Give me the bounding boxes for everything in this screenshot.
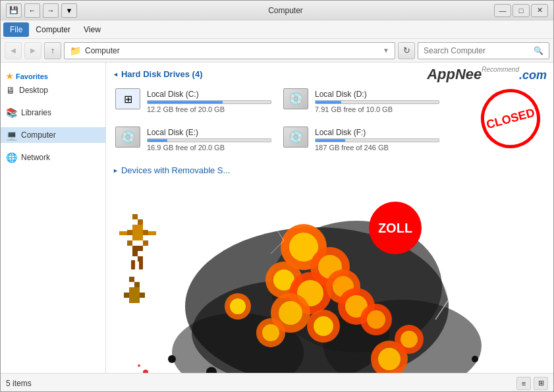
menu-file[interactable]: File xyxy=(3,22,29,37)
drive-f-name: Local Disk (F:) xyxy=(315,128,439,137)
address-dropdown-icon[interactable]: ▼ xyxy=(383,47,389,54)
svg-point-16 xyxy=(289,233,318,262)
svg-point-36 xyxy=(378,348,401,370)
svg-point-39 xyxy=(395,325,424,354)
window-title: Computer xyxy=(268,6,303,15)
back-button[interactable]: ◄ xyxy=(5,42,22,59)
svg-rect-52 xyxy=(127,230,132,235)
devices-title-text: Devices with Removable S... xyxy=(121,165,230,175)
appnee-domain: .com xyxy=(519,69,547,82)
minimize-button[interactable]: — xyxy=(494,4,511,17)
svg-point-24 xyxy=(333,276,354,297)
window-controls: — □ ✕ xyxy=(494,4,548,17)
sidebar-item-computer[interactable]: 💻 Computer xyxy=(1,127,105,143)
sidebar-item-desktop[interactable]: 🖥 Desktop xyxy=(1,82,105,98)
up-button[interactable]: ↑ xyxy=(44,42,61,59)
drives-grid: ⊞ Local Disk (C:) 12.2 GB free of 20.0 G… xyxy=(113,86,442,155)
drive-d-item[interactable]: 💿 Local Disk (D:) 7.91 GB free of 10.0 G… xyxy=(281,86,442,117)
quick-back-btn[interactable]: ← xyxy=(24,3,40,18)
drive-c-name: Local Disk (C:) xyxy=(147,90,271,99)
address-bar: ◄ ► ↑ 📁 Computer ▼ ↻ 🔍 xyxy=(1,39,553,63)
main-content: Favorites 🖥 Desktop 📚 Libraries 💻 Comput… xyxy=(1,63,553,373)
svg-point-25 xyxy=(271,293,310,333)
drive-c-icon: ⊞ xyxy=(115,88,142,115)
sidebar-item-network[interactable]: 🌐 Network xyxy=(1,150,105,165)
close-button[interactable]: ✕ xyxy=(531,4,548,17)
network-icon: 🌐 xyxy=(6,152,17,163)
drive-c-item[interactable]: ⊞ Local Disk (C:) 12.2 GB free of 20.0 G… xyxy=(113,86,274,117)
disk-f-icon: 💿 xyxy=(289,130,303,144)
view-grid-button[interactable]: ⊞ xyxy=(534,377,548,390)
svg-point-30 xyxy=(314,316,333,336)
drive-f-free: 187 GB free of 246 GB xyxy=(315,144,439,152)
drive-c-bar-fill xyxy=(148,101,223,103)
zoll-text: ZOLL xyxy=(378,221,412,236)
svg-point-32 xyxy=(262,324,279,341)
desktop-icon: 🖥 xyxy=(6,85,15,96)
appnee-logo: AppNeeRecommend.com xyxy=(427,66,547,83)
svg-point-40 xyxy=(401,331,418,348)
menu-computer[interactable]: Computer xyxy=(29,22,77,37)
sidebar-libraries-label: Libraries xyxy=(21,108,51,117)
folder-icon: 📁 xyxy=(70,45,81,56)
svg-point-21 xyxy=(289,272,331,314)
devices-title[interactable]: Devices with Removable S... xyxy=(113,165,547,175)
drive-e-item[interactable]: 💿 Local Disk (E:) 16.9 GB free of 20.0 G… xyxy=(113,124,274,155)
maximize-button[interactable]: □ xyxy=(512,4,530,17)
drive-d-info: Local Disk (D:) 7.91 GB free of 10.0 GB xyxy=(315,90,439,113)
closed-stamp: CLOSED xyxy=(474,82,547,155)
svg-rect-57 xyxy=(132,246,143,251)
drive-e-free: 16.9 GB free of 20.0 GB xyxy=(147,144,271,152)
search-input[interactable] xyxy=(424,46,534,55)
computer-icon: 💻 xyxy=(6,130,17,140)
search-box[interactable]: 🔍 xyxy=(418,42,549,59)
view-list-button[interactable]: ≡ xyxy=(516,377,531,390)
drive-f-icon: 💿 xyxy=(283,126,310,153)
address-text: Computer xyxy=(85,46,383,55)
svg-rect-62 xyxy=(131,260,135,269)
svg-rect-51 xyxy=(132,225,143,235)
drive-e-bar-fill xyxy=(148,139,167,142)
address-input-wrap[interactable]: 📁 Computer ▼ xyxy=(64,42,395,59)
svg-point-18 xyxy=(318,255,342,279)
windows-logo-icon: ⊞ xyxy=(124,93,132,105)
drive-d-free: 7.91 GB free of 10.0 GB xyxy=(315,105,439,113)
svg-point-3 xyxy=(172,313,304,373)
svg-rect-55 xyxy=(127,240,132,246)
menu-view[interactable]: View xyxy=(77,22,107,37)
drive-f-item[interactable]: 💿 Local Disk (F:) 187 GB free of 246 GB xyxy=(281,124,442,155)
svg-rect-66 xyxy=(129,287,140,298)
drive-c-info: Local Disk (C:) 12.2 GB free of 20.0 GB xyxy=(147,90,271,113)
svg-point-27 xyxy=(338,288,375,325)
svg-rect-61 xyxy=(148,231,156,235)
svg-rect-53 xyxy=(143,230,148,235)
svg-rect-56 xyxy=(143,240,148,246)
drive-d-icon: 💿 xyxy=(283,88,310,115)
svg-point-19 xyxy=(265,262,302,298)
svg-point-23 xyxy=(326,269,360,304)
refresh-button[interactable]: ↻ xyxy=(398,42,415,59)
svg-point-34 xyxy=(367,310,385,329)
closed-text: CLOSED xyxy=(485,105,536,132)
sidebar-favorites-header[interactable]: Favorites xyxy=(1,68,105,82)
svg-point-1 xyxy=(192,280,389,373)
svg-point-4 xyxy=(323,300,482,373)
disk-icon: 💿 xyxy=(289,92,303,106)
sidebar-item-libraries[interactable]: 📚 Libraries xyxy=(1,105,105,121)
drive-d-name: Local Disk (D:) xyxy=(315,90,439,99)
quick-forward-btn[interactable]: → xyxy=(43,3,59,18)
svg-point-28 xyxy=(345,295,368,318)
svg-point-11 xyxy=(472,356,478,362)
search-icon[interactable]: 🔍 xyxy=(534,46,543,55)
drive-c-free: 12.2 GB free of 20.0 GB xyxy=(147,105,271,113)
forward-button[interactable]: ► xyxy=(24,42,42,59)
dropdown-btn[interactable]: ▼ xyxy=(61,3,77,18)
left-creature xyxy=(113,208,179,326)
svg-point-43 xyxy=(138,364,140,367)
drive-e-info: Local Disk (E:) 16.9 GB free of 20.0 GB xyxy=(147,128,271,152)
zoll-badge: ZOLL xyxy=(369,202,422,254)
svg-rect-68 xyxy=(140,293,145,298)
svg-point-38 xyxy=(230,298,246,314)
svg-point-31 xyxy=(256,318,285,347)
quick-save-btn[interactable]: 💾 xyxy=(6,3,22,18)
